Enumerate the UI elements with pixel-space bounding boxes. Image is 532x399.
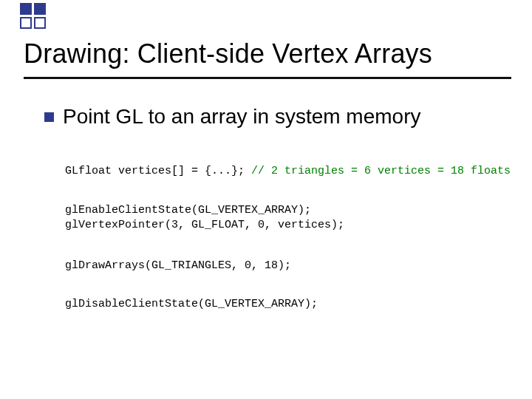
code-block-enable: glEnableClientState(GL_VERTEX_ARRAY); gl… [65,203,510,233]
decor-square [34,17,46,29]
slide-title: Drawing: Client-side Vertex Arrays [24,38,517,69]
code-block-disable: glDisableClientState(GL_VERTEX_ARRAY); [65,297,510,312]
decor-square [34,3,46,15]
code-block-draw: glDrawArrays(GL_TRIANGLES, 0, 18); [65,259,510,273]
decor-square [20,3,32,15]
bullet-item: Point GL to an array in system memory [44,105,510,129]
code-text: GLfloat vertices[] = {...}; [65,165,251,177]
code-text: glVertexPointer(3, GL_FLOAT, 0, vertices… [65,219,344,231]
code-line-declaration: GLfloat vertices[] = {...}; // 2 triangl… [65,164,510,179]
code-comment: // 2 triangles = 6 vertices = 18 floats [251,165,511,177]
title-underline [24,77,511,79]
code-text: glDrawArrays(GL_TRIANGLES, 0, 18); [65,259,291,272]
code-text: glDisableClientState(GL_VERTEX_ARRAY); [65,298,318,310]
bullet-marker [44,112,54,122]
code-text: glEnableClientState(GL_VERTEX_ARRAY); [65,204,311,216]
bullet-text: Point GL to an array in system memory [63,105,420,129]
decor-square [20,17,32,29]
